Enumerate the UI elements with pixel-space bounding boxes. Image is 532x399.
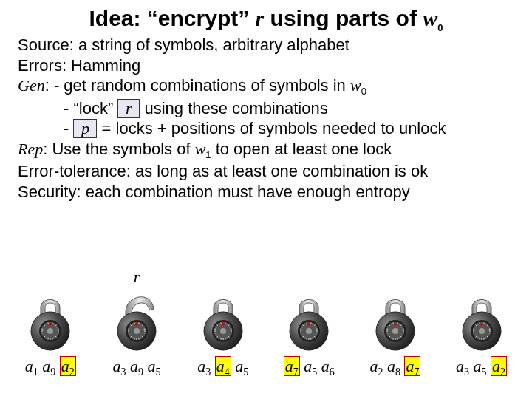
lock-column: a2 a8 a7 [355, 281, 436, 378]
svg-line-113 [316, 329, 318, 330]
combo-symbol: a8 [387, 357, 400, 375]
lock-column: a1 a9 a2 [10, 281, 91, 378]
svg-line-161 [473, 329, 474, 330]
gen-rest: : - get random combinations of symbols i… [45, 76, 350, 95]
r-label: r [134, 267, 140, 287]
svg-line-16 [42, 329, 44, 330]
svg-line-33 [144, 332, 146, 333]
svg-line-101 [301, 332, 302, 333]
svg-line-72 [214, 332, 216, 333]
line-gen2: - “lock” r using these combinations [18, 98, 514, 119]
svg-line-167 [483, 322, 484, 324]
padlock-icon [369, 281, 421, 351]
boxed-r: r [117, 99, 140, 118]
combo-symbol: a3 [197, 357, 211, 375]
svg-line-149 [488, 332, 490, 333]
svg-line-26 [58, 329, 59, 330]
padlock-icon [456, 281, 508, 351]
combo-symbol: a2 [60, 356, 76, 376]
combo-symbol: a1 [25, 357, 38, 375]
svg-point-114 [306, 328, 312, 334]
svg-point-143 [392, 328, 398, 334]
combo-symbol: a7 [284, 356, 300, 376]
lock-combo-label: a3 a9 a5 [112, 357, 160, 378]
title-w-sub: 0 [437, 22, 443, 33]
svg-line-84 [230, 329, 231, 330]
line-source: Source: a string of symbols, arbitrary a… [18, 35, 514, 55]
slide-title: Idea: “encrypt” r using parts of w0 [18, 6, 514, 33]
gen3-post: = locks + positions of symbols needed to… [97, 119, 446, 137]
svg-line-130 [386, 332, 388, 333]
svg-line-74 [214, 329, 216, 330]
svg-line-51 [139, 322, 140, 324]
combo-symbol: a9 [42, 357, 55, 375]
gen3-pre: - [64, 119, 73, 137]
slide: Idea: “encrypt” r using parts of w0 Sour… [0, 0, 532, 399]
lock-column: a3 a4 a5 [183, 281, 264, 378]
svg-line-107 [307, 322, 307, 324]
title-w: w [423, 6, 437, 30]
padlock-icon [283, 281, 335, 351]
svg-line-62 [230, 332, 231, 333]
combo-symbol: a5 [147, 357, 160, 375]
lock-wrap [369, 281, 421, 354]
svg-line-37 [139, 338, 140, 339]
title-r: r [256, 6, 265, 30]
locks-row: a1 a9 a2 ra3 a9 a5 [0, 281, 532, 378]
title-mid: using parts of [264, 6, 423, 30]
combo-symbol: a5 [304, 357, 317, 375]
lock-combo-label: a7 a5 a6 [284, 357, 335, 378]
combo-symbol: a2 [491, 356, 507, 376]
svg-point-27 [47, 328, 53, 334]
lock-column: ra3 a9 a5 [96, 281, 177, 378]
combo-symbol: a7 [404, 356, 420, 376]
svg-line-138 [398, 322, 398, 324]
svg-line-39 [134, 338, 135, 339]
line-gen3: - p = locks + positions of symbols neede… [18, 118, 514, 139]
svg-line-95 [311, 338, 312, 339]
svg-line-10 [48, 338, 49, 339]
padlock-icon [111, 281, 163, 351]
lock-wrap [456, 281, 508, 354]
svg-line-120 [403, 332, 404, 333]
svg-line-155 [480, 338, 480, 339]
svg-line-97 [307, 338, 307, 339]
combo-symbol: a3 [456, 357, 469, 375]
body-text: Source: a string of symbols, arbitrary a… [18, 35, 514, 202]
gen-w-sub: 0 [361, 86, 366, 97]
svg-line-109 [311, 322, 312, 324]
combo-symbol: a9 [130, 357, 143, 375]
svg-line-45 [128, 329, 129, 330]
svg-line-126 [393, 338, 394, 339]
svg-line-8 [52, 338, 53, 339]
rep-w: w [195, 140, 206, 158]
svg-line-159 [473, 332, 474, 333]
gen2-pre: - “lock” [64, 99, 117, 117]
svg-line-124 [398, 338, 398, 339]
boxed-p: p [73, 119, 97, 138]
svg-line-91 [316, 332, 318, 333]
line-tolerance: Error-tolerance: as long as at least one… [18, 161, 514, 182]
svg-line-55 [144, 329, 146, 330]
line-gen1: Gen: - get random combinations of symbol… [18, 75, 514, 98]
svg-line-171 [488, 329, 490, 330]
svg-line-103 [301, 329, 302, 330]
lock-wrap: r [111, 281, 163, 354]
svg-line-43 [128, 332, 129, 333]
svg-line-80 [225, 322, 225, 324]
combo-symbol: a4 [215, 356, 231, 376]
gen-label: Gen [18, 76, 45, 95]
combo-symbol: a5 [474, 357, 487, 375]
gen-w: w [350, 76, 361, 95]
title-prefix: Idea: “encrypt” [89, 6, 255, 30]
svg-line-136 [393, 322, 394, 324]
padlock-icon [197, 281, 249, 351]
lock-column: a7 a5 a6 [268, 281, 349, 378]
svg-line-22 [52, 322, 53, 324]
lock-wrap [197, 281, 249, 354]
lock-column: a3 a5 a2 [441, 281, 522, 378]
lock-combo-label: a3 a5 a2 [456, 357, 507, 378]
combo-symbol: a6 [321, 357, 335, 375]
lock-combo-label: a1 a9 a2 [25, 357, 76, 378]
svg-line-142 [403, 329, 404, 330]
